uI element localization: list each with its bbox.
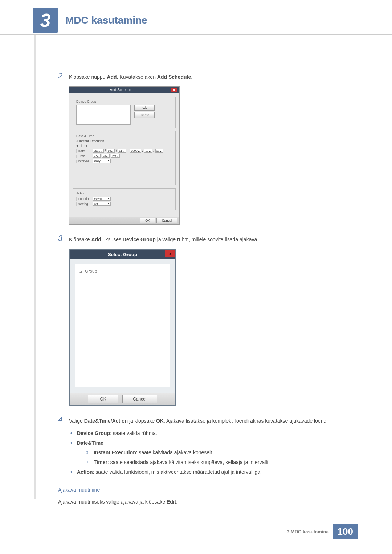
t: Ajakava muutmiseks valige ajakava ja klõ…	[58, 499, 167, 505]
add-button[interactable]: Add	[134, 105, 155, 111]
t: Edit	[167, 499, 176, 505]
date-label: | Date	[76, 149, 91, 153]
chapter-title: MDC kasutamine	[65, 15, 147, 26]
date-time-fieldset: Date & Time ○ Instant Execution ● Timer …	[73, 131, 176, 185]
interval-dropdown[interactable]: Daily	[93, 159, 111, 163]
setting-dropdown[interactable]: Off	[93, 202, 111, 206]
function-dropdown[interactable]: Power	[93, 197, 111, 201]
device-group-fieldset: Device Group Add Delete	[73, 97, 176, 128]
t: OK	[156, 418, 164, 424]
delete-button[interactable]: Delete	[134, 112, 155, 118]
t: Device Group	[77, 430, 110, 436]
list-item: Action: saate valida funktsiooni, mis ak…	[69, 467, 356, 477]
t: .	[176, 499, 177, 505]
t: . Ajakava lisatakse ja komplekti loendi …	[164, 418, 328, 424]
t: Add	[107, 74, 117, 80]
chapter-badge: 3	[33, 8, 58, 33]
function-label: | Function	[76, 197, 91, 201]
t: Valige	[69, 418, 84, 424]
action-legend: Action	[76, 192, 172, 195]
subsection-para: Ajakava muutmiseks valige ajakava ja klõ…	[58, 498, 356, 506]
t: ~	[127, 149, 129, 153]
t: Instant Execution	[94, 450, 136, 455]
interval-label: | Interval	[76, 159, 91, 163]
chapter-number: 3	[40, 9, 51, 31]
t: Add	[91, 237, 101, 242]
list-item: Timer: saate seadistada ajakava käivitam…	[86, 457, 356, 467]
t: üksuses	[101, 237, 123, 242]
add-schedule-dialog: Add Schedule x Device Group Add Delete	[69, 86, 180, 225]
list-item: Device Group: saate valida rühma.	[69, 428, 356, 438]
t: . Kuvatakse aken	[117, 74, 157, 80]
time-ampm[interactable]: PM	[111, 154, 120, 158]
close-icon[interactable]: x	[171, 88, 177, 92]
cancel-button[interactable]: Cancel	[156, 218, 177, 223]
select-group-dialog: Select Group x Group OK Cancel	[69, 249, 176, 406]
tree-root-item[interactable]: Group	[79, 269, 166, 274]
close-icon[interactable]: x	[165, 250, 175, 257]
t: Timer	[94, 459, 107, 465]
time-label: | Time	[76, 154, 91, 158]
step-text-3: Klõpsake Add üksuses Device Group ja val…	[69, 234, 258, 243]
step-number-3: 3	[58, 234, 69, 243]
date-day2[interactable]: 31	[155, 149, 163, 153]
t: Add Schedule	[157, 74, 191, 80]
step-number-4: 4	[58, 415, 69, 424]
t: ja valige rühm, millele soovite lisada a…	[156, 237, 258, 242]
device-group-list[interactable]	[76, 105, 131, 125]
time-min[interactable]: 22	[102, 154, 110, 158]
device-group-legend: Device Group	[76, 100, 172, 103]
timer-radio[interactable]: ● Timer	[76, 144, 172, 148]
date-year2[interactable]: 2099	[130, 149, 141, 153]
setting-label: | Setting	[76, 202, 91, 206]
t: .	[191, 74, 192, 80]
ok-button[interactable]: OK	[140, 218, 155, 223]
step-text-4: Valige Date&Time/Action ja klõpsake OK. …	[69, 415, 328, 425]
dialog-title: Select Group	[108, 252, 137, 257]
dialog-titlebar: Select Group x	[70, 250, 175, 259]
list-item: Date&Time Instant Execution: saate käivi…	[69, 438, 356, 467]
t: Device Group	[123, 237, 156, 242]
t: Klõpsake	[69, 237, 91, 242]
t: Group	[85, 269, 97, 274]
t: : saate käivitada ajakava koheselt.	[136, 450, 213, 455]
t: Instant Execution	[79, 139, 104, 143]
t: : saate valida funktsiooni, mis aktiveer…	[93, 469, 262, 475]
t: : saate valida rühma.	[110, 430, 157, 436]
feature-list: Device Group: saate valida rühma. Date&T…	[69, 428, 356, 477]
t: Date&Time	[77, 440, 103, 446]
side-rule	[34, 35, 36, 499]
dialog-titlebar: Add Schedule x	[69, 87, 179, 93]
list-item: Instant Execution: saate käivitada ajaka…	[86, 448, 356, 457]
ok-button[interactable]: OK	[88, 395, 118, 403]
time-hour[interactable]: 07	[93, 154, 101, 158]
dialog-title: Add Schedule	[72, 88, 171, 92]
t: Date&Time/Action	[84, 418, 128, 424]
t: Klõpsake nuppu	[69, 74, 107, 80]
t: ja klõpsake	[128, 418, 156, 424]
t: Action	[77, 469, 93, 475]
step-text-2: Klõpsake nuppu Add. Kuvatakse aken Add S…	[69, 71, 192, 81]
t: Timer	[79, 144, 87, 148]
date-day1[interactable]: 11	[118, 149, 126, 153]
page-number: 100	[333, 524, 358, 539]
date-time-legend: Date & Time	[76, 134, 172, 138]
date-year1[interactable]: 2011	[93, 149, 104, 153]
action-fieldset: Action | Function Power | Setting Off	[73, 188, 176, 210]
date-month2[interactable]: 12	[144, 149, 152, 153]
date-month1[interactable]: 04	[107, 149, 115, 153]
cancel-button[interactable]: Cancel	[122, 395, 157, 403]
instant-execution-radio[interactable]: ○ Instant Execution	[76, 139, 172, 143]
t: : saate seadistada ajakava käivitamiseks…	[107, 459, 270, 465]
group-tree[interactable]: Group	[75, 264, 170, 387]
subsection-heading: Ajakava muutmine	[58, 487, 356, 493]
footer-label: 3 MDC kasutamine	[287, 529, 329, 534]
step-number-2: 2	[58, 71, 69, 81]
